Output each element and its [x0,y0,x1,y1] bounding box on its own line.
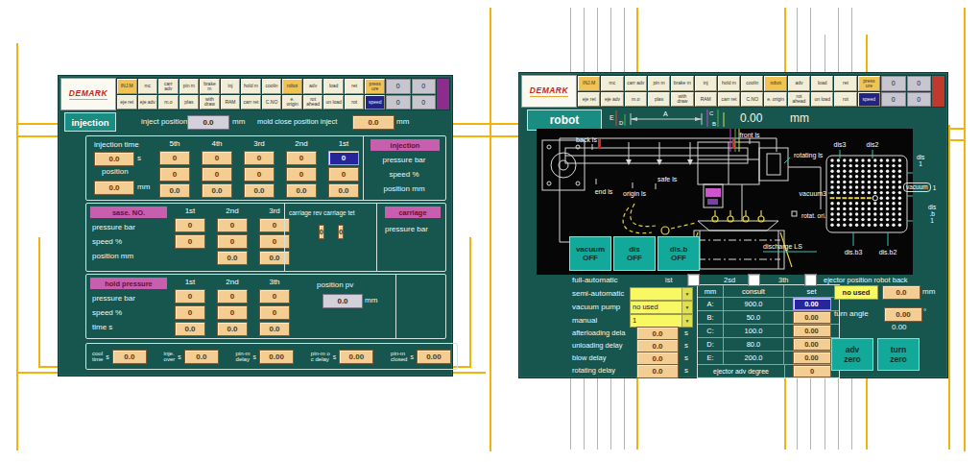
value-box[interactable]: 0 [328,167,359,182]
header-button[interactable]: brake m [671,76,693,91]
header-button[interactable]: coolin [262,79,282,94]
value-box[interactable]: 0 [159,167,190,182]
manual-dropdown[interactable]: 1 ▼ [630,314,693,328]
value-box[interactable]: 0.0 [159,183,190,198]
header-button[interactable]: un load [323,95,344,110]
set-value[interactable]: 0.00 [793,338,831,351]
header-button[interactable]: with draw [671,92,693,108]
value-box[interactable]: 0 [328,151,359,165]
stage-checkbox[interactable] [804,274,817,286]
delay-value[interactable]: 0.0 [636,364,679,378]
header-button[interactable]: mc [138,79,158,94]
dis-b-toggle-button[interactable]: dis.bOFF [657,236,700,271]
position-value[interactable]: 0.0 [94,181,134,195]
screen-title-robot[interactable]: robot [527,109,602,131]
header-button[interactable]: RAM [695,92,717,108]
value-box[interactable]: 0.00 [339,350,373,364]
set-value[interactable]: 0.00 [793,352,831,364]
value-box[interactable]: 0 [202,151,232,165]
value-box[interactable]: 0.0 [286,183,317,198]
header-button[interactable]: INJ.M [578,76,600,91]
header-button[interactable]: carr adv [625,76,647,91]
value-box[interactable]: 0.0 [328,183,359,198]
header-button[interactable]: adv [303,79,323,94]
header-button[interactable]: robot [282,79,302,94]
header-button[interactable]: eje adv [601,92,623,108]
header-button[interactable]: e. origin [282,95,302,110]
header-button[interactable]: brake m [200,79,220,94]
value-box[interactable]: 0 [175,289,205,304]
value-box[interactable]: 0 [217,289,248,304]
value-box[interactable]: 0 [202,167,232,182]
header-button[interactable]: pin m [648,76,670,91]
value-box[interactable]: 0 [338,225,344,239]
value-box[interactable]: 0.0 [112,350,147,364]
adv-zero-button[interactable]: adv zero [831,338,873,371]
semi-automatic-dropdown[interactable]: ▼ [630,287,693,301]
turn-zero-button[interactable]: turn zero [877,338,920,371]
value-box[interactable]: 0 [244,151,275,165]
value-box[interactable]: 0.0 [175,322,205,336]
value-box[interactable]: 0 [175,234,205,249]
value-box[interactable]: 0.0 [217,251,248,265]
header-button[interactable]: m.o [625,92,647,108]
value-box[interactable]: 0 [217,234,248,249]
value-box[interactable]: 0.0 [217,322,248,336]
value-box[interactable]: 0.00 [259,350,294,364]
value-box[interactable]: 0 [175,218,205,232]
header-button[interactable]: C.NO [262,95,282,110]
ejector-position-value[interactable]: 0.0 [882,285,920,300]
value-box[interactable]: 0.0 [259,322,290,336]
header-button[interactable]: speed [365,95,385,110]
header-button[interactable]: carr ret [241,95,261,110]
page-nav-cell[interactable] [932,76,944,107]
set-value[interactable]: 0.00 [793,325,831,337]
value-box[interactable]: 0 [259,305,290,320]
header-button[interactable]: rot [345,95,365,110]
header-button[interactable]: plas [179,95,200,110]
header-button[interactable]: load [811,76,833,91]
chevron-down-icon[interactable]: ▼ [681,315,692,327]
value-box[interactable]: 0.0 [184,350,219,364]
header-button[interactable]: adv [788,76,810,91]
header-button[interactable]: press ure [858,76,880,91]
value-box[interactable]: 0 [159,151,190,165]
page-nav-cell[interactable] [437,79,449,109]
header-button[interactable]: pin m [179,79,200,94]
no-used-button[interactable]: no used [834,285,878,300]
header-button[interactable]: inj [695,76,717,91]
value-box[interactable]: 0 [217,218,248,232]
footer-value[interactable]: 0 [793,365,831,377]
value-box[interactable]: 0 [244,167,275,182]
header-button[interactable]: mc [601,76,623,91]
header-button[interactable]: rot ahead [303,95,323,110]
header-button[interactable]: with draw [200,95,220,110]
stage-checkbox[interactable] [748,274,760,286]
header-button[interactable]: carr ret [718,92,740,108]
header-button[interactable]: rot [834,92,856,108]
vacuum-pump-dropdown[interactable]: no used ▼ [630,301,693,314]
header-button[interactable]: eje adv [138,95,158,110]
header-button[interactable]: hold m [718,76,740,91]
header-button[interactable]: coolin [741,76,763,91]
header-button[interactable]: press ure [365,79,385,94]
header-button[interactable]: un load [811,92,833,108]
header-button[interactable]: e. origin [764,92,786,108]
screen-title-injection[interactable]: injection [64,112,116,132]
value-box[interactable]: 0 [286,151,317,165]
injection-time-value[interactable]: 0.0 [94,152,134,166]
value-box[interactable]: 0 [286,167,317,182]
vacuum-toggle-button[interactable]: vacuumOFF [569,236,611,271]
value-box[interactable]: 0 [175,305,205,320]
value-box[interactable]: 0 [217,305,248,320]
chevron-down-icon[interactable]: ▼ [681,302,692,313]
header-button[interactable]: carr adv [158,79,179,94]
header-button[interactable]: INJ.M [117,79,137,94]
value-box[interactable]: 0 [319,225,324,239]
header-button[interactable]: inj [221,79,241,94]
header-button[interactable]: ret [345,79,365,94]
header-button[interactable]: plas [648,92,670,108]
header-button[interactable]: robot [764,76,786,91]
stage-checkbox[interactable] [687,274,700,286]
header-button[interactable]: hold m [241,79,261,94]
